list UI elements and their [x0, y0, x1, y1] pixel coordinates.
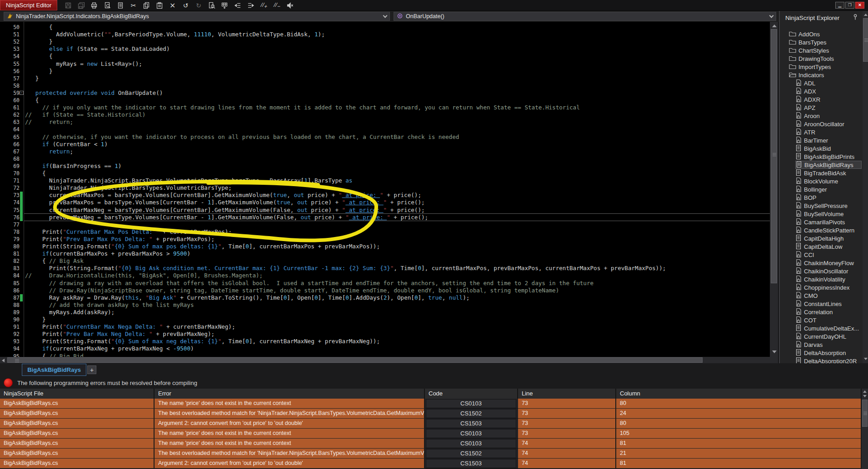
explorer-item-adx[interactable]: ADX — [795, 87, 862, 95]
code-line-60[interactable]: { — [25, 97, 39, 104]
code-line-65[interactable]: // otherwise, if you want the indicator … — [25, 133, 459, 141]
code-line-91[interactable]: Print("CurrentBar Max Nega Delta: " + cu… — [25, 323, 235, 331]
code-line-50[interactable]: { — [25, 24, 53, 31]
code-line-88[interactable]: // add the drawn askRay to the list myRa… — [25, 301, 194, 309]
explorer-item-chaikinoscillator[interactable]: ChaikinOscillator — [795, 267, 862, 275]
error-row-2-line[interactable]: 73 — [518, 409, 616, 419]
code-line-86[interactable]: // Draw.Ray(NinjaScriptBase owner, strin… — [25, 287, 559, 294]
undo-icon[interactable]: ↺ — [180, 0, 191, 10]
scroll-down-icon[interactable] — [863, 395, 867, 397]
uncomment-icon[interactable]: //− — [271, 0, 282, 10]
scroll-up-icon[interactable] — [772, 25, 777, 27]
scroll-up-icon[interactable] — [863, 390, 867, 393]
find-icon[interactable] — [206, 0, 217, 10]
pin-icon[interactable] — [853, 14, 858, 23]
print-preview-icon[interactable] — [102, 0, 113, 10]
new-tab-button[interactable]: + — [87, 365, 96, 374]
explorer-item-camarillapivots[interactable]: CamarillaPivots — [795, 218, 862, 226]
scroll-left-icon[interactable] — [2, 359, 5, 362]
error-row-7-line[interactable]: 74 — [518, 459, 616, 469]
save-all-icon[interactable] — [76, 0, 87, 10]
code-line-75[interactable]: currentBarMaxNeg = barsType.Volumes[Curr… — [25, 207, 425, 214]
scroll-up-icon[interactable] — [864, 14, 868, 16]
code-line-56[interactable]: } — [25, 68, 53, 75]
explorer-item-currentdayohl[interactable]: CurrentDayOHL — [795, 332, 862, 341]
delete-icon[interactable]: × — [167, 0, 178, 10]
error-row-5-error[interactable]: The name 'price' does not exist in the c… — [155, 439, 425, 449]
error-row-7-ninjascript-file[interactable]: BigAskBigBidRays.cs — [0, 459, 155, 469]
code-line-76[interactable]: prevBarMaxNeg = barsType.Volumes[Current… — [25, 214, 428, 221]
code-line-89[interactable]: myRays.Add(askRay); — [25, 309, 115, 316]
error-row-4-code[interactable]: CS0103 — [426, 429, 516, 438]
code-line-92[interactable]: Print("Prev Bar Max Neg Delta: " + prevB… — [25, 331, 215, 338]
code-line-78[interactable]: Print("CurrentBar Max Pos Delta: " + cur… — [25, 228, 232, 236]
error-row-6-code[interactable]: CS1502 — [426, 449, 516, 458]
error-row-1-error[interactable]: The name 'price' does not exist in the c… — [155, 399, 425, 409]
scroll-down-icon[interactable] — [864, 358, 868, 360]
scroll-down-icon[interactable] — [772, 351, 777, 353]
explorer-folder-importtypes[interactable]: ImportTypes — [789, 63, 861, 71]
code-line-82[interactable]: { // Big Ask — [25, 257, 84, 265]
error-row-3-line[interactable]: 73 — [518, 419, 616, 429]
explorer-item-aroon[interactable]: Aroon — [795, 112, 862, 120]
paste-icon[interactable] — [154, 0, 165, 10]
close-button[interactable]: ✕ — [855, 2, 864, 9]
copy-icon[interactable] — [141, 0, 152, 10]
explorer-item-bartimer[interactable]: BarTimer — [795, 136, 862, 144]
explorer-item-deltaabsorption20r[interactable]: DeltaAbsorption20R — [795, 357, 862, 363]
error-row-1-code[interactable]: CS0103 — [426, 399, 516, 408]
error-row-4-error[interactable]: The name 'price' does not exist in the c… — [155, 429, 425, 439]
error-row-1-ninjascript-file[interactable]: BigAskBigBidRays.cs — [0, 399, 155, 409]
error-row-2-column[interactable]: 24 — [616, 409, 862, 419]
code-line-55[interactable]: myRays = new List<Ray>(); — [25, 60, 142, 68]
code-line-71[interactable]: NinjaTrader.NinjaScript.BarsTypes.Volume… — [25, 177, 352, 184]
explorer-item-choppinessindex[interactable]: ChoppinessIndex — [795, 283, 862, 291]
error-row-5-line[interactable]: 74 — [518, 439, 616, 449]
column-header-column[interactable]: Column — [616, 389, 862, 399]
explorer-folder-barstypes[interactable]: BarsTypes — [789, 38, 861, 46]
explorer-scrollbar[interactable] — [863, 11, 868, 363]
explorer-item-bigaskbid[interactable]: BigAskBid — [795, 144, 862, 153]
code-line-81[interactable]: if(currentBarMaxPos + prevBarMaxPos > 95… — [25, 250, 190, 257]
error-row-6-ninjascript-file[interactable]: BigAskBigBidRays.cs — [0, 449, 155, 459]
code-line-62[interactable]: // if (State == State.Historical) — [25, 111, 145, 118]
column-header-line[interactable]: Line — [518, 389, 616, 399]
code-line-73[interactable]: currentBarMaxPos = barsType.Volumes[Curr… — [25, 192, 421, 199]
explorer-item-chaikinvolatility[interactable]: ChaikinVolatility — [795, 275, 862, 283]
error-row-6-column[interactable]: 21 — [616, 449, 862, 459]
code-line-90[interactable]: } — [25, 316, 46, 323]
explorer-item-bop[interactable]: BOP — [795, 193, 862, 202]
scrollbar-thumb[interactable] — [771, 29, 777, 283]
errors-table-scrollbar[interactable] — [862, 389, 868, 469]
explorer-item-adxr[interactable]: ADXR — [795, 95, 862, 104]
explorer-item-chaikinmoneyflow[interactable]: ChaikinMoneyFlow — [795, 259, 862, 267]
code-line-67[interactable]: return; — [25, 148, 73, 155]
error-row-3-error[interactable]: Argument 2: cannot convert from 'out pri… — [155, 419, 425, 429]
method-selector-dropdown[interactable]: OnBarUpdate() — [394, 12, 776, 21]
error-row-2-error[interactable]: The best overloaded method match for 'Ni… — [155, 409, 425, 419]
page-setup-icon[interactable] — [115, 0, 126, 10]
error-row-7-code[interactable]: CS1503 — [426, 459, 516, 468]
explorer-item-bigaskbigbidrays[interactable]: BigAskBigBidRays — [795, 161, 862, 169]
error-row-6-error[interactable]: The best overloaded method match for 'Ni… — [155, 449, 425, 459]
code-line-80[interactable]: Print(String.Format("{0} Sum of max pos … — [25, 243, 380, 250]
code-line-61[interactable]: // if you only want the indicator to sta… — [25, 104, 580, 111]
explorer-item-adl[interactable]: ADL — [795, 79, 862, 87]
error-row-1-line[interactable]: 73 — [518, 399, 616, 409]
outdent-icon[interactable] — [232, 0, 243, 10]
explorer-item-capitdeltalow[interactable]: CapitDeltaLow — [795, 242, 862, 251]
explorer-item-buysellvolume[interactable]: BuySellVolume — [795, 210, 862, 218]
code-line-52[interactable]: } — [25, 38, 53, 45]
minimize-button[interactable]: ▁ — [835, 2, 844, 9]
tab-bigaskbigbidrays[interactable]: BigAskBigBidRays — [22, 364, 86, 376]
code-line-70[interactable]: { — [25, 170, 46, 177]
explorer-item-aroonoscillator[interactable]: AroonOscillator — [795, 120, 862, 128]
explorer-item-correlation[interactable]: Correlation — [795, 308, 862, 316]
explorer-item-constantlines[interactable]: ConstantLines — [795, 300, 862, 308]
code-line-84[interactable]: // Draw.HorizontalLine(this, "BigAsk", O… — [25, 272, 263, 279]
explorer-item-cumulativedeltaex...[interactable]: CumulativeDeltaEx... — [795, 324, 862, 332]
error-row-5-code[interactable]: CS0103 — [426, 439, 516, 448]
explorer-item-apz[interactable]: APZ — [795, 104, 862, 112]
error-row-3-ninjascript-file[interactable]: BigAskBigBidRays.cs — [0, 419, 155, 429]
code-line-79[interactable]: Print("Prev Bar Max Pos Delta: " + prevB… — [25, 236, 215, 243]
